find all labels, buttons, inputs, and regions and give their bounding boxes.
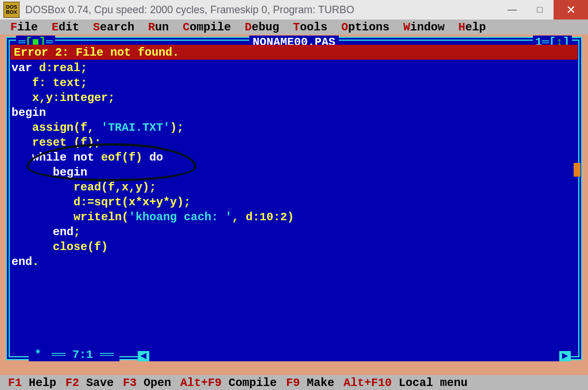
cursor-position: 7:1: [72, 348, 93, 361]
minimize-button[interactable]: —: [498, 0, 526, 20]
close-button[interactable]: ✕: [554, 0, 588, 20]
shortcut-alt-f10[interactable]: Alt+F10 Local menu: [339, 376, 472, 389]
shortcut-f9[interactable]: F9 Make: [281, 376, 339, 389]
editor-stage: ═[■]═ NONAME00.PAS 1═[↕] Error 2: File n…: [0, 34, 588, 375]
dosbox-icon: DOS BOX: [3, 2, 20, 18]
menu-edit[interactable]: Edit: [45, 21, 86, 34]
shortcut-bar: F1 HelpF2 SaveF3 OpenAlt+F9 CompileF9 Ma…: [0, 375, 588, 390]
os-title-text: DOSBox 0.74, Cpu speed: 2000 cycles, Fra…: [23, 4, 357, 16]
shortcut-f3[interactable]: F3 Open: [118, 376, 176, 389]
code-editor[interactable]: var d:real; f: text; x,y:integer; begin …: [11, 61, 571, 350]
menu-search[interactable]: Search: [86, 21, 141, 34]
shortcut-f1[interactable]: F1 Help: [3, 376, 61, 389]
os-titlebar: DOS BOX DOSBox 0.74, Cpu speed: 2000 cyc…: [0, 0, 588, 20]
turbo-menubar: FileEditSearchRunCompileDebugToolsOption…: [0, 20, 588, 34]
shortcut-f2[interactable]: F2 Save: [61, 376, 118, 389]
shortcut-alt-f9[interactable]: Alt+F9 Compile: [176, 376, 281, 389]
maximize-button[interactable]: □: [526, 0, 554, 20]
menu-file[interactable]: File: [3, 21, 45, 34]
dosbox-window: DOS BOX DOSBox 0.74, Cpu speed: 2000 cyc…: [0, 0, 588, 390]
menu-help[interactable]: Help: [451, 21, 493, 34]
vertical-scrollbar[interactable]: [573, 48, 581, 349]
menu-window[interactable]: Window: [396, 21, 451, 34]
menu-debug[interactable]: Debug: [238, 21, 286, 34]
menu-tools[interactable]: Tools: [286, 21, 334, 34]
menu-options[interactable]: Options: [334, 21, 396, 34]
scroll-left-icon[interactable]: ◄: [138, 351, 149, 361]
menu-run[interactable]: Run: [141, 21, 176, 34]
scrollbar-track[interactable]: [149, 354, 559, 358]
menu-compile[interactable]: Compile: [176, 21, 238, 34]
error-bar: Error 2: File not found.: [10, 45, 578, 60]
status-cursor-pos: *══ 7:1 ══: [29, 348, 119, 361]
modified-indicator: *: [34, 348, 41, 361]
editor-frame: ═[■]═ NONAME00.PAS 1═[↕] Error 2: File n…: [6, 37, 582, 360]
scrollbar-thumb[interactable]: [574, 163, 581, 177]
scroll-right-icon[interactable]: ►: [559, 351, 571, 361]
horizontal-scrollbar[interactable]: ◄ ►: [138, 351, 571, 361]
